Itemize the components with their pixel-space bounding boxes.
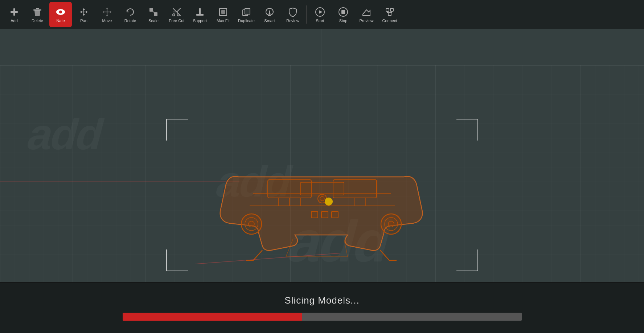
svg-rect-1	[11, 11, 18, 13]
bracket-br	[456, 249, 478, 271]
model-svg	[195, 126, 449, 264]
bracket-bl	[166, 249, 188, 271]
progress-bar-background	[123, 313, 522, 321]
svg-rect-11	[199, 8, 201, 14]
connect-icon	[384, 6, 395, 18]
svg-rect-3	[36, 8, 39, 9]
svg-point-41	[388, 221, 394, 227]
svg-point-54	[320, 196, 324, 201]
svg-rect-46	[321, 211, 328, 218]
smart-icon	[264, 6, 275, 18]
progress-bar-fill	[123, 313, 302, 321]
svg-point-9	[173, 14, 175, 16]
svg-point-38	[249, 221, 254, 227]
slicing-label: Slicing Models...	[284, 295, 359, 306]
cursor-dot	[325, 198, 333, 206]
start-button[interactable]: Start	[309, 2, 331, 27]
move-icon	[101, 6, 113, 18]
slicing-overlay: Slicing Models...	[0, 282, 644, 333]
svg-rect-16	[245, 8, 250, 14]
preview-button[interactable]: Preview	[355, 2, 378, 27]
max-fit-button[interactable]: Max Fit	[212, 2, 234, 27]
toolbar-divider	[306, 5, 307, 24]
svg-rect-2	[33, 9, 41, 11]
connect-button[interactable]: Connect	[378, 2, 401, 27]
stop-button[interactable]: Stop	[332, 2, 354, 27]
support-icon	[194, 6, 206, 18]
eye-icon	[55, 6, 66, 18]
svg-rect-47	[332, 211, 338, 218]
scale-button[interactable]: Scale	[142, 2, 165, 27]
free-cut-button[interactable]: Free Cut	[165, 2, 188, 27]
move-button[interactable]: Move	[96, 2, 118, 27]
support-button[interactable]: Support	[189, 2, 211, 27]
svg-rect-25	[388, 13, 391, 16]
svg-rect-44	[300, 182, 344, 195]
delete-icon	[32, 6, 43, 18]
toolbar: Add Delete Nate Pan	[0, 0, 644, 29]
cut-icon	[171, 6, 182, 18]
svg-rect-22	[341, 10, 345, 14]
review-icon	[287, 6, 299, 18]
nate-button[interactable]: Nate	[49, 2, 72, 27]
svg-point-18	[269, 13, 270, 14]
pan-icon	[78, 6, 90, 18]
preview-icon	[361, 6, 372, 18]
svg-line-55	[195, 253, 340, 264]
svg-point-10	[177, 14, 179, 16]
svg-rect-24	[390, 8, 393, 11]
pan-button[interactable]: Pan	[73, 2, 95, 27]
smart-button[interactable]: Smart	[258, 2, 281, 27]
svg-rect-45	[311, 211, 318, 218]
watermark-1: add	[22, 109, 109, 159]
svg-rect-12	[196, 14, 204, 16]
max-fit-icon	[217, 6, 229, 18]
svg-rect-14	[221, 10, 225, 14]
svg-line-8	[153, 12, 154, 12]
duplicate-button[interactable]: Duplicate	[235, 2, 258, 27]
review-button[interactable]: Review	[282, 2, 304, 27]
duplicate-icon	[241, 6, 252, 18]
start-icon	[314, 6, 326, 18]
add-button[interactable]: Add	[3, 2, 25, 27]
bracket-tr	[456, 119, 478, 141]
svg-point-5	[59, 11, 62, 13]
bracket-tl	[166, 119, 188, 141]
delete-button[interactable]: Delete	[26, 2, 49, 27]
3d-model	[195, 126, 449, 264]
stop-icon	[337, 6, 349, 18]
scale-icon	[148, 6, 159, 18]
rotate-icon	[124, 6, 136, 18]
svg-rect-6	[149, 8, 153, 12]
add-icon	[8, 6, 20, 18]
svg-marker-20	[319, 10, 323, 14]
rotate-button[interactable]: Rotate	[119, 2, 141, 27]
svg-rect-23	[386, 8, 389, 11]
svg-rect-7	[154, 12, 157, 16]
